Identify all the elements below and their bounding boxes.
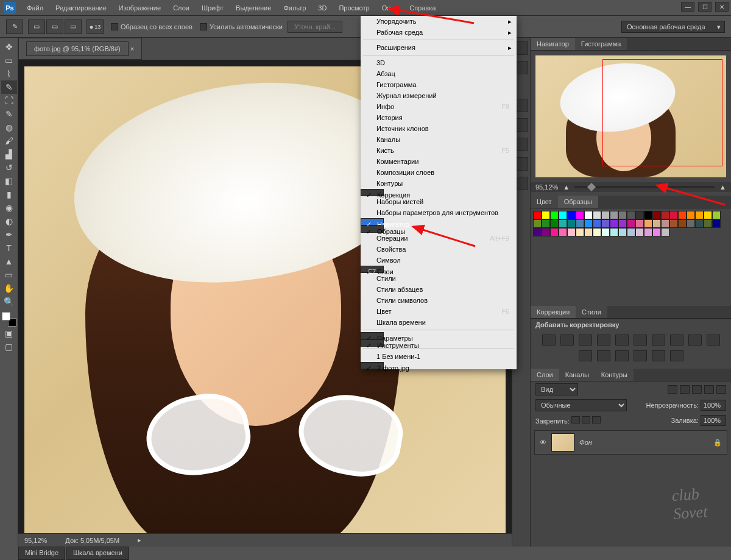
bw-icon[interactable] (670, 335, 683, 346)
swatch[interactable] (669, 219, 678, 228)
navigator-zoom-value[interactable]: 95,12% (535, 183, 558, 191)
crop-tool-icon[interactable]: ⛶ (1, 94, 17, 107)
swatch[interactable] (559, 228, 567, 236)
menu-item-Операции[interactable]: ОперацииAlt+F9 (361, 233, 517, 244)
lock-all-icon[interactable] (592, 416, 601, 424)
menu-item-Гистограмма[interactable]: Гистограмма (361, 79, 517, 90)
swatch[interactable] (635, 228, 644, 236)
channels-tab[interactable]: Каналы (559, 369, 595, 381)
menu-item-Инфо[interactable]: ИнфоF8 (361, 101, 517, 112)
close-button[interactable]: ✕ (715, 2, 729, 12)
swatch[interactable] (576, 219, 584, 228)
layers-tab[interactable]: Слои (531, 369, 559, 381)
swatch[interactable] (661, 211, 669, 219)
swatch[interactable] (533, 219, 542, 228)
mini-bridge-tab[interactable]: Mini Bridge (18, 547, 65, 560)
brush-tool-icon[interactable]: 🖌 (1, 134, 17, 147)
swatch[interactable] (695, 211, 704, 219)
navigator-tab[interactable]: Навигатор (531, 38, 575, 50)
zoom-out-icon[interactable]: ▲ (563, 183, 570, 191)
swatch[interactable] (550, 211, 559, 219)
paths-tab[interactable]: Контуры (595, 369, 634, 381)
shape-tool-icon[interactable]: ▭ (1, 268, 17, 282)
posterize-icon[interactable] (615, 350, 629, 361)
selectivecolor-icon[interactable] (670, 350, 683, 361)
menu-item-Упорядочить[interactable]: Упорядочить (361, 16, 517, 27)
lock-position-icon[interactable] (582, 416, 590, 424)
dodge-tool-icon[interactable]: ◐ (1, 214, 17, 228)
menu-item-Наборы кистей[interactable]: Наборы кистей (361, 196, 517, 207)
menu-item-2 фото.jpg[interactable]: 2 фото.jpg (361, 362, 384, 369)
auto-enhance-checkbox[interactable]: Усилить автоматически (200, 23, 283, 30)
eraser-tool-icon[interactable]: ◧ (1, 174, 17, 188)
menu-item-Коррекция[interactable]: Коррекция (361, 189, 384, 196)
menu-item-Шкала времени[interactable]: Шкала времени (361, 317, 517, 328)
swatch[interactable] (567, 228, 576, 236)
menu-item-Абзац[interactable]: Абзац (361, 68, 517, 79)
swatch[interactable] (542, 211, 550, 219)
swatch[interactable] (627, 211, 635, 219)
menu-Выделение[interactable]: Выделение (230, 2, 277, 14)
menu-Редактирование[interactable]: Редактирование (49, 2, 113, 14)
menu-3D[interactable]: 3D (312, 2, 333, 14)
brightness-icon[interactable] (542, 335, 556, 346)
menu-item-Стили[interactable]: Стили (361, 273, 517, 284)
add-selection-icon[interactable]: ▭ (28, 19, 45, 34)
swatch[interactable] (542, 219, 550, 228)
swatch[interactable] (567, 211, 576, 219)
swatch[interactable] (687, 211, 695, 219)
curves-icon[interactable] (579, 335, 592, 346)
swatch[interactable] (644, 211, 652, 219)
menu-Файл[interactable]: Файл (21, 2, 49, 14)
colorlookup-icon[interactable] (579, 350, 592, 361)
blur-tool-icon[interactable]: ◉ (1, 201, 17, 214)
swatch[interactable] (559, 219, 567, 228)
invert-icon[interactable] (597, 350, 610, 361)
swatch[interactable] (610, 228, 618, 236)
swatch[interactable] (567, 219, 576, 228)
menu-item-Навигатор[interactable]: Навигатор (361, 218, 384, 225)
menu-item-Стили символов[interactable]: Стили символов (361, 295, 517, 306)
menu-item-Кисть[interactable]: КистьF5 (361, 145, 517, 156)
filter-shape-icon[interactable] (704, 385, 714, 394)
threshold-icon[interactable] (634, 350, 647, 361)
swatch[interactable] (576, 228, 584, 236)
screenmode-icon[interactable]: ▢ (1, 340, 17, 353)
menu-item-Каналы[interactable]: Каналы (361, 134, 517, 145)
swatch[interactable] (627, 219, 635, 228)
swatch[interactable] (601, 211, 610, 219)
menu-item-Стили абзацев[interactable]: Стили абзацев (361, 284, 517, 295)
menu-item-Инструменты[interactable]: Инструменты (361, 339, 384, 347)
sub-selection-icon[interactable]: ▭ (46, 19, 63, 34)
swatch[interactable] (593, 228, 601, 236)
pen-tool-icon[interactable]: ✒ (1, 228, 17, 241)
menu-item-История[interactable]: История (361, 112, 517, 123)
swatch[interactable] (576, 211, 584, 219)
menu-Окно[interactable]: Окно (376, 2, 404, 14)
blend-mode-select[interactable]: Обычные (535, 399, 627, 411)
navigator-zoom-slider[interactable] (574, 186, 715, 188)
menu-item-Свойства[interactable]: Свойства (361, 244, 517, 255)
swatch[interactable] (610, 219, 618, 228)
swatch[interactable] (550, 228, 559, 236)
menu-item-1 Без имени-1[interactable]: 1 Без имени-1 (361, 351, 517, 362)
healing-tool-icon[interactable]: ◍ (1, 121, 17, 134)
filter-smart-icon[interactable] (716, 385, 726, 394)
swatch[interactable] (618, 228, 627, 236)
adjustments-tab[interactable]: Коррекция (531, 306, 576, 318)
lock-pixels-icon[interactable] (571, 416, 580, 424)
gradient-tool-icon[interactable]: ▮ (1, 188, 17, 201)
swatch[interactable] (559, 211, 567, 219)
swatch[interactable] (627, 228, 635, 236)
channelmixer-icon[interactable] (707, 335, 720, 346)
swatch[interactable] (618, 211, 627, 219)
swatch[interactable] (635, 219, 644, 228)
quickmask-icon[interactable]: ▣ (1, 327, 17, 340)
layer-name[interactable]: Фон (579, 439, 592, 446)
opacity-input[interactable] (701, 400, 726, 411)
menu-item-Символ[interactable]: Символ (361, 255, 517, 266)
tool-preset-icon[interactable]: ✎ (6, 19, 23, 34)
hand-tool-icon[interactable]: ✋ (1, 282, 17, 295)
document-tab[interactable]: фото.jpg @ 95,1% (RGB/8#) × (18, 38, 142, 60)
fill-input[interactable] (701, 415, 726, 426)
